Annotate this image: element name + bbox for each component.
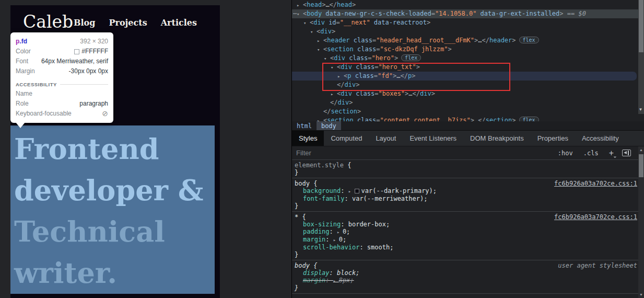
toggle-sidebar-icon[interactable] (622, 150, 631, 156)
stylesheet-origin-note: user agent stylesheet (558, 262, 637, 269)
inherited-section-header: Inherited fro (292, 294, 644, 298)
tooltip-selector: p.fd (16, 37, 27, 47)
collapse-arrow-icon[interactable]: ▸ (317, 117, 323, 121)
tab-event-listeners[interactable]: Event Listeners (403, 131, 463, 146)
css-property[interactable]: background: ▸ var(--dark-primary); (295, 187, 631, 195)
styles-pane: element.style {}body {fc6b926a03a702ce.c… (292, 160, 644, 298)
crumb-html[interactable]: html (292, 121, 317, 130)
divider (60, 84, 108, 85)
toggle-class-button[interactable]: .cls (583, 150, 599, 157)
hero-text-line2: Technical writer. (14, 211, 215, 294)
not-allowed-icon: ⊘ (102, 109, 108, 119)
tooltip-pointer (16, 122, 25, 128)
dom-node-section-content[interactable]: ▸<section class="content_content__b7izs"… (292, 116, 644, 121)
dom-node-div-next[interactable]: ▾<div id="__next" data-reactroot> (292, 18, 644, 27)
color-swatch (74, 49, 79, 54)
css-property[interactable]: margin: ▸ 0; (295, 236, 631, 244)
tooltip-a11y-row: Name (16, 89, 108, 99)
tab-accessibility[interactable]: Accessibility (575, 131, 626, 146)
scrollbar-thumb[interactable] (639, 0, 643, 52)
style-rule-selector[interactable]: * {fc6b926a03a702ce.css:1 (295, 213, 631, 221)
flex-badge[interactable]: flex (519, 117, 539, 121)
tooltip-a11y-rows: NameRoleparagraphKeyboard-focusable⊘ (16, 89, 108, 119)
tab-computed[interactable]: Computed (324, 131, 369, 146)
hero-text-line1: Frontend developer & (14, 129, 215, 211)
flex-badge[interactable]: flex (401, 54, 421, 61)
toggle-pseudo-state-button[interactable]: :hov (558, 150, 573, 157)
styles-filter-input[interactable]: Filter (296, 149, 547, 157)
tooltip-dimensions: 392 × 320 (80, 37, 108, 47)
tab-dom-breakpoints[interactable]: DOM Breakpoints (463, 131, 531, 146)
expand-property-icon[interactable]: ▸ (333, 237, 339, 243)
collapse-arrow-icon[interactable]: ▸ (331, 90, 337, 99)
scroll-up-icon[interactable]: ▲ (638, 148, 644, 152)
devtools-tab-bar: StylesComputedLayoutEvent ListenersDOM B… (292, 131, 644, 146)
scroll-down-icon[interactable]: ▼ (638, 107, 643, 112)
page-header: Caleb BlogProjectsArticles (10, 5, 220, 32)
tooltip-property-rows: Color#FFFFFFFont64px Merriweather, serif… (16, 47, 108, 76)
dom-node-section[interactable]: ▾<section class="sc-dkzDqf jhlzzm"> (292, 45, 644, 54)
dom-node-div[interactable]: ▾<div> (292, 27, 644, 36)
css-property[interactable]: display: block; (295, 269, 631, 277)
tooltip-row: Font64px Merriweather, serif (16, 56, 108, 66)
dom-breadcrumb: htmlbody (292, 121, 644, 131)
tab-layout[interactable]: Layout (369, 131, 403, 146)
tooltip-row: Margin-30px 0px 0px (16, 66, 108, 76)
color-swatch[interactable] (355, 189, 359, 193)
dom-node-div-hero[interactable]: ▾<div class="hero">flex (292, 54, 644, 63)
collapse-arrow-icon[interactable]: ▸ (317, 37, 323, 45)
scroll-down-icon[interactable]: ▼ (638, 293, 644, 296)
expand-arrow-icon[interactable]: ▾ (303, 19, 310, 28)
crumb-body[interactable]: body (317, 121, 341, 130)
dom-node-head[interactable]: ▸<head>…</head> (292, 1, 644, 9)
style-rule-universal: * {fc6b926a03a702ce.css:1box-sizing: bor… (292, 212, 644, 260)
page-nav: BlogProjectsArticles (74, 18, 197, 28)
expand-arrow-icon[interactable]: ▾ (297, 10, 303, 19)
dom-closing-tag-section[interactable]: </section> (292, 107, 644, 116)
expand-property-icon[interactable]: ▸ (348, 189, 354, 194)
style-rule-body-ua: body {user agent stylesheetdisplay: bloc… (292, 260, 644, 294)
stylesheet-link[interactable]: fc6b926a03a702ce.css:1 (554, 213, 637, 221)
annotation-red-box (322, 63, 510, 91)
tooltip-a11y-row: Keyboard-focusable⊘ (16, 109, 108, 119)
style-rule-body: body {fc6b926a03a702ce.css:1background: … (292, 178, 644, 212)
flex-badge[interactable]: flex (519, 37, 539, 43)
elements-dom-tree: ▸<head>…</head>⋯▾<body data-new-gr-c-s-c… (292, 0, 644, 121)
css-property[interactable]: font-family: var(--merriweather); (295, 195, 631, 202)
screenshot-root: Caleb BlogProjectsArticles Frontend deve… (0, 0, 644, 298)
dom-node-body[interactable]: ⋯▾<body data-new-gr-c-s-check-loaded="14… (292, 9, 644, 18)
site-logo[interactable]: Caleb (23, 12, 73, 32)
nav-link-blog[interactable]: Blog (74, 18, 95, 28)
style-rule-selector[interactable]: body {user agent stylesheet (295, 262, 631, 269)
nav-link-articles[interactable]: Articles (161, 18, 197, 28)
stylesheet-link[interactable]: fc6b926a03a702ce.css:1 (554, 180, 637, 187)
expand-arrow-icon[interactable]: ▾ (310, 28, 317, 37)
css-property[interactable]: scroll-behavior: smooth; (295, 244, 631, 251)
expand-property-icon[interactable]: ▸ (337, 230, 343, 235)
tooltip-a11y-row: Roleparagraph (16, 99, 108, 109)
expand-arrow-icon[interactable]: ▾ (317, 45, 323, 54)
inspect-tooltip: p.fd 392 × 320 Color#FFFFFFFont64px Merr… (10, 32, 113, 123)
expand-property-icon[interactable]: ▸ (333, 278, 339, 283)
style-rule-selector[interactable]: body {fc6b926a03a702ce.css:1 (295, 180, 631, 187)
tab-properties[interactable]: Properties (531, 131, 575, 146)
styles-filter-bar: Filter :hov .cls + (292, 146, 644, 160)
dom-closing-tag-hero[interactable]: </div> (292, 98, 644, 107)
tab-styles[interactable]: Styles (292, 131, 324, 146)
more-actions-gutter-icon: ⋯ (293, 9, 296, 18)
tooltip-a11y-heading: ACCESSIBILITY (16, 82, 108, 87)
dom-tree-scrollbar[interactable] (638, 0, 644, 114)
expand-arrow-icon[interactable]: ▾ (324, 54, 330, 63)
nav-link-projects[interactable]: Projects (109, 18, 147, 28)
collapse-arrow-icon[interactable]: ▸ (297, 1, 303, 10)
devtools-panel: ▸<head>…</head>⋯▾<body data-new-gr-c-s-c… (291, 0, 644, 298)
inspected-element-highlight: Frontend developer & Technical writer. (10, 125, 215, 294)
style-rule-selector[interactable]: element.style { (295, 162, 631, 169)
dom-node-header[interactable]: ▸<header class="header_head__root___dFmK… (292, 36, 644, 45)
css-property[interactable]: box-sizing: border-box; (295, 221, 631, 228)
css-property[interactable]: padding: ▸ 0; (295, 228, 631, 236)
scrollbar-thumb[interactable] (639, 154, 643, 177)
css-property[interactable]: margin: ▸ 8px; (295, 277, 631, 284)
new-style-rule-button[interactable]: + (609, 149, 614, 157)
styles-scrollbar[interactable]: ▲ ▼ (638, 146, 644, 298)
